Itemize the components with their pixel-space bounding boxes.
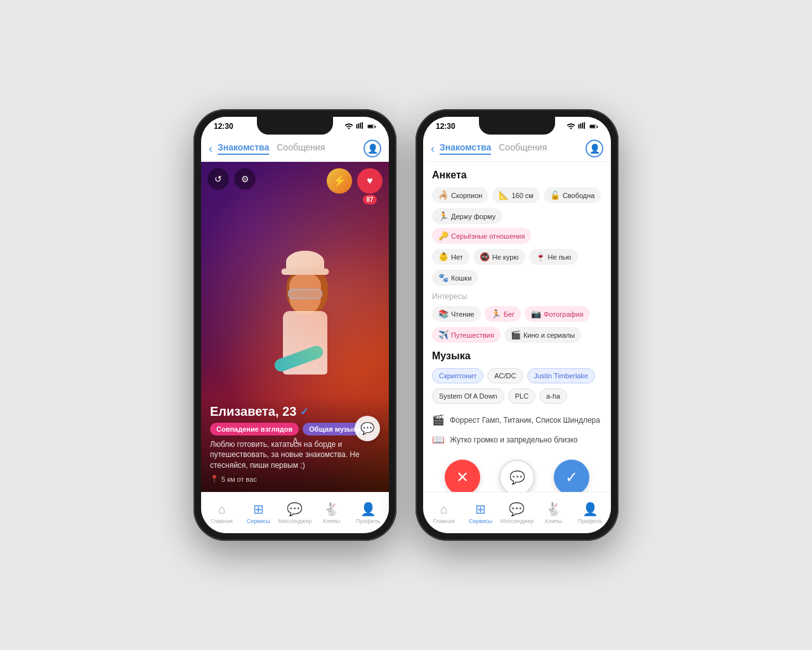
photo-icon: 📷: [531, 309, 541, 319]
nav-home-2[interactable]: ⌂ Главная: [426, 502, 462, 524]
pets-icon: 🐾: [438, 273, 449, 282]
like-count: 87: [363, 195, 376, 204]
tag-views: Совпадение взглядов: [210, 423, 299, 435]
status-bar-2: 12:30: [423, 117, 611, 136]
interests-row-2: ✈️Путешествия 🎬Кино и сериалы: [432, 327, 602, 343]
book-text: Жутко громко и запредельно близко: [450, 435, 578, 444]
media-list: 🎬 Форрест Гамп, Титаник, Список Шиндлера…: [432, 410, 602, 449]
relationship-icon: 🔑: [438, 231, 449, 241]
services-label-2: Сервисы: [469, 518, 492, 524]
svg-rect-2: [360, 123, 361, 128]
travel-icon: ✈️: [438, 330, 449, 340]
music-skriptonit: Скриптонит: [432, 368, 483, 383]
like-button[interactable]: ✓: [554, 460, 589, 492]
nav-tabs-1: Знакомства Сообщения: [218, 142, 363, 155]
movies-icon: 🎬: [432, 414, 445, 426]
svg-rect-8: [580, 123, 582, 128]
svg-rect-13: [597, 126, 598, 128]
nav-clips-1[interactable]: 🐇 Клипы: [313, 501, 350, 524]
dislike-button[interactable]: ✕: [445, 460, 480, 492]
location-pin-icon: 📍: [210, 475, 219, 483]
clips-label-2: Клипы: [545, 518, 562, 524]
movies-item: 🎬 Форрест Гамп, Титаник, Список Шиндлера: [432, 410, 602, 430]
notch-1: [257, 117, 333, 135]
nav-home-1[interactable]: ⌂ Главная: [204, 502, 240, 524]
anketa-tags-row-4: 🐾Кошки: [432, 270, 602, 286]
home-label-2: Главная: [433, 518, 455, 524]
status-time-1: 12:30: [214, 122, 233, 131]
tab-messages-1[interactable]: Сообщения: [277, 142, 325, 155]
refresh-button[interactable]: ↺: [207, 168, 229, 190]
book-icon: 📖: [432, 434, 445, 446]
reading-icon: 📚: [438, 309, 449, 319]
movies-text: Форрест Гамп, Титаник, Список Шиндлера: [450, 416, 600, 425]
music-acdc: AC/DC: [487, 368, 523, 383]
action-buttons: ✕ 💬 ✓: [432, 449, 602, 492]
svg-rect-3: [362, 123, 363, 129]
filter-button[interactable]: ⚙: [234, 168, 256, 190]
tag-pets: 🐾Кошки: [432, 270, 478, 286]
alcohol-icon: 🍷: [535, 252, 546, 262]
back-button-1[interactable]: ‹: [209, 142, 213, 156]
svg-rect-12: [590, 125, 595, 128]
bottom-nav-2: ⌂ Главная ⊞ Сервисы 💬 Мессенджер 🐇 Клипы…: [423, 492, 611, 533]
phone-2: 12:30 ‹ Знакомства Сообщения 👤 Анкета 🦂С…: [416, 109, 619, 541]
chat-button[interactable]: 💬: [499, 460, 535, 492]
music-aha: a-ha: [539, 388, 567, 404]
dating-card-1: ↺ ⚙ ⚡ ♥ 87 Елизавета, 23 ✓ Совпадение вз…: [201, 162, 389, 492]
nav-clips-2[interactable]: 🐇 Клипы: [535, 501, 572, 524]
notch-2: [479, 117, 555, 135]
clips-label-1: Клипы: [323, 518, 340, 524]
profile-icon-1[interactable]: 👤: [363, 140, 381, 157]
section-music-title: Музыка: [432, 350, 602, 362]
profile-label-1: Профиль: [356, 518, 381, 524]
person-location: 📍 5 км от вас: [210, 475, 380, 483]
like-counter[interactable]: ♥ 87: [357, 168, 383, 204]
interest-running: 🏃Бег: [485, 306, 521, 322]
music-row-2: System Of A Down PLC a-ha: [432, 388, 602, 404]
app-header-2: ‹ Знакомства Сообщения 👤: [423, 136, 611, 162]
anketa-tags-row-2: 🏃Держу форму 🔑Серьёзные отношения: [432, 208, 602, 244]
back-button-2[interactable]: ‹: [431, 142, 435, 156]
tag-alcohol: 🍷Не пью: [529, 249, 578, 265]
tag-zodiac: 🦂Скорпион: [432, 187, 488, 203]
profile-detail: Анкета 🦂Скорпион 📐160 см 🔓Свободна 🏃Держ…: [423, 162, 611, 492]
nav-tabs-2: Знакомства Сообщения: [440, 142, 586, 155]
music-timberlake: Justin Timberlake: [527, 368, 596, 383]
anketa-tags-row-1: 🦂Скорпион 📐160 см 🔓Свободна: [432, 187, 602, 203]
interest-travel: ✈️Путешествия: [432, 327, 501, 343]
nav-messenger-1[interactable]: 💬 Мессенджер: [277, 501, 313, 524]
tab-dating-2[interactable]: Знакомства: [440, 142, 491, 155]
status-icons-2: [566, 122, 598, 131]
tag-fitness: 🏃Держу форму: [432, 208, 502, 224]
tag-height: 📐160 см: [492, 187, 539, 203]
nav-profile-2[interactable]: 👤 Профиль: [572, 501, 608, 524]
svg-rect-7: [579, 124, 580, 129]
messenger-label-1: Мессенджер: [278, 518, 312, 524]
nav-services-2[interactable]: ⊞ Сервисы: [462, 501, 499, 524]
clips-icon-1: 🐇: [324, 501, 339, 517]
svg-rect-5: [368, 125, 373, 128]
music-plc: PLC: [508, 388, 535, 404]
interest-reading: 📚Чтение: [432, 306, 481, 322]
clips-icon-2: 🐇: [546, 501, 561, 517]
cinema-icon: 🎬: [511, 330, 521, 340]
status-icons-1: [344, 122, 376, 131]
nav-messenger-2[interactable]: 💬 Мессенджер: [499, 501, 535, 524]
profile-icon-2[interactable]: 👤: [586, 140, 603, 157]
nav-services-1[interactable]: ⊞ Сервисы: [240, 501, 277, 524]
boost-button[interactable]: ⚡: [327, 168, 352, 194]
svg-rect-6: [375, 126, 376, 128]
nav-profile-1[interactable]: 👤 Профиль: [350, 501, 386, 524]
person-name: Елизавета, 23 ✓: [210, 404, 380, 419]
tab-dating-1[interactable]: Знакомства: [218, 142, 269, 155]
status-time-2: 12:30: [436, 122, 455, 131]
svg-rect-1: [358, 123, 360, 128]
running-icon: 🏃: [491, 309, 501, 319]
section-anketa-title: Анкета: [432, 169, 602, 181]
tab-messages-2[interactable]: Сообщения: [499, 142, 547, 155]
fitness-icon: 🏃: [438, 211, 449, 221]
services-icon-1: ⊞: [253, 501, 264, 517]
svg-rect-0: [357, 124, 358, 129]
chat-float-button[interactable]: 💬: [355, 416, 380, 441]
